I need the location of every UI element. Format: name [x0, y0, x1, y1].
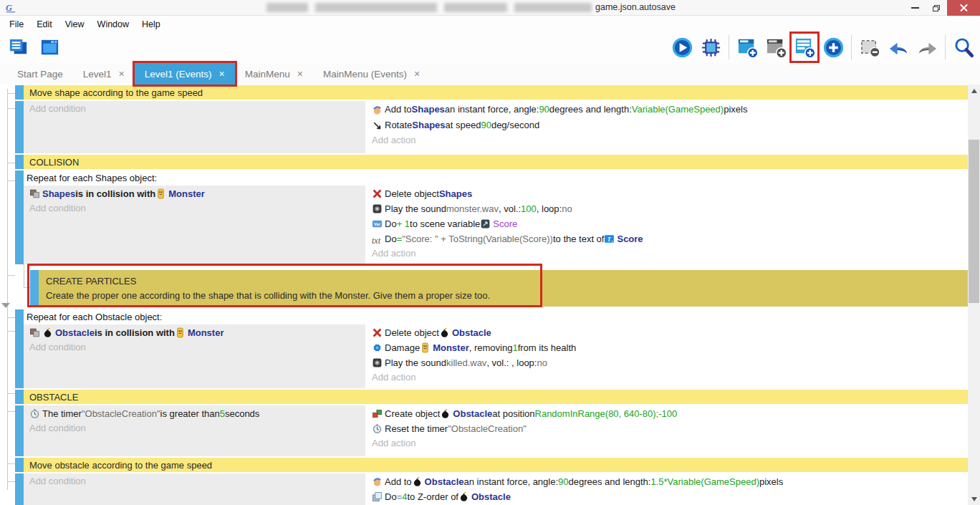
event-select-bar[interactable] [15, 309, 24, 388]
actions-cell[interactable]: Add to Obstacle an instant force, angle:… [370, 473, 968, 505]
condition-line[interactable]: Shapes is in collision with Monster [29, 186, 362, 201]
condition-line[interactable]: The timer "ObstacleCreation" is greater … [29, 406, 362, 421]
close-button[interactable] [947, 0, 980, 16]
event-select-bar[interactable] [15, 85, 24, 100]
add-condition-placeholder[interactable]: Add condition [29, 102, 362, 116]
add-action-placeholder[interactable]: Add action [372, 133, 965, 148]
action-line[interactable]: Play the sound monster.wav, vol.: 100, l… [372, 201, 965, 216]
add-condition-placeholder[interactable]: Add condition [29, 421, 362, 436]
menu-view[interactable]: View [59, 18, 91, 31]
action-line[interactable]: Rotate Shapes at speed 90deg/second [372, 117, 965, 133]
add-other-button[interactable] [820, 33, 847, 62]
debugger-button[interactable] [697, 33, 724, 62]
text-segment: , vol.: , loop: [486, 355, 537, 370]
action-line[interactable]: Create object Obstacle at position Rando… [372, 406, 965, 421]
event-select-bar[interactable] [15, 101, 24, 153]
project-manager-button[interactable] [4, 33, 32, 62]
action-line[interactable]: Play the sound killed.wav, vol.: , loop:… [372, 355, 965, 370]
condition-line[interactable]: Obstacle is in collision with Monster [29, 325, 362, 340]
action-line[interactable]: Do = 4 to Z-order of Obstacle [372, 489, 965, 504]
add-event-button[interactable] [734, 33, 761, 62]
text-segment: Variable(GameSpeed) [632, 102, 724, 117]
action-line[interactable]: Delete object Shapes [372, 186, 965, 201]
event-select-bar[interactable] [15, 155, 24, 169]
actions-cell[interactable]: Create object Obstacle at position Rando… [370, 405, 968, 456]
event-select-bar[interactable] [15, 458, 24, 472]
text-segment: pixels [724, 102, 747, 117]
start-page-button[interactable] [36, 33, 63, 62]
tab-mainmenu-events[interactable]: MainMenu (Events)× [313, 63, 430, 85]
vertical-scrollbar[interactable] [968, 85, 980, 505]
add-action-placeholder[interactable]: Add action [372, 246, 965, 261]
repeat-label[interactable]: Repeat for each Shapes object: [24, 170, 968, 186]
restore-button[interactable] [926, 0, 947, 16]
tab-close-icon[interactable]: × [119, 68, 125, 80]
tab-start-page[interactable]: Start Page [7, 63, 73, 85]
conditions-cell[interactable]: Shapes is in collision with MonsterAdd c… [24, 186, 365, 264]
redo-button[interactable] [913, 33, 941, 62]
text-segment: no [537, 355, 547, 370]
text-segment: Score [493, 216, 517, 231]
action-line[interactable]: Damage Monster, removing 1 from its heal… [372, 340, 965, 355]
conditions-cell[interactable]: Add condition [24, 101, 365, 153]
scroll-down-button[interactable] [968, 493, 980, 505]
actions-cell[interactable]: Add to Shapes an instant force, angle: 9… [370, 101, 968, 153]
menu-file[interactable]: File [3, 18, 30, 31]
event-select-bar[interactable] [15, 405, 24, 456]
event-select-bar[interactable] [15, 170, 24, 264]
action-line[interactable]: Reset the timer "ObstacleCreation" [372, 421, 965, 436]
tab-close-icon[interactable]: × [297, 68, 303, 80]
play-button[interactable] [668, 33, 696, 62]
repeat-label[interactable]: Repeat for each Obstacle object: [24, 309, 968, 324]
scrollbar-thumb[interactable] [969, 140, 979, 303]
action-line[interactable]: Delete object Obstacle [372, 325, 965, 340]
add-condition-placeholder[interactable]: Add condition [29, 340, 362, 355]
event-select-bar[interactable] [15, 390, 24, 404]
minimize-button[interactable] [904, 0, 926, 16]
text-segment: 90 [558, 474, 568, 489]
add-subevent-button[interactable] [762, 33, 789, 62]
add-action-placeholder[interactable]: Add action [372, 436, 965, 451]
event-comment[interactable]: COLLISION [15, 155, 968, 169]
text-segment: Score [617, 231, 643, 246]
add-event-icon [736, 37, 759, 59]
event-comment[interactable]: Move shape according to the game speed [15, 85, 968, 100]
tab-level1[interactable]: Level1× [73, 63, 135, 85]
search-button[interactable] [950, 33, 977, 62]
conditions-cell[interactable]: Obstacle is in collision with MonsterAdd… [24, 324, 365, 388]
action-line[interactable]: Add to Obstacle an instant force, angle:… [372, 474, 965, 489]
conditions-cell[interactable]: The timer "ObstacleCreation" is greater … [24, 405, 365, 456]
action-line[interactable]: VarDo + 1 to scene variable Score [372, 216, 965, 231]
scroll-up-button[interactable] [968, 85, 980, 97]
menu-window[interactable]: Window [91, 18, 135, 31]
text-segment: degrees and length: [549, 102, 632, 117]
add-condition-placeholder[interactable]: Add condition [29, 201, 362, 216]
add-condition-placeholder[interactable]: Add condition [29, 474, 362, 489]
actions-cell[interactable]: Delete object ObstacleDamage Monster, re… [370, 324, 968, 388]
action-line[interactable]: Add to Shapes an instant force, angle: 9… [372, 102, 965, 117]
event-comment-create-particles[interactable]: CREATE PARTICLESCreate the proper one ac… [30, 270, 968, 307]
menu-help[interactable]: Help [135, 18, 167, 31]
event-select-bar[interactable] [15, 473, 24, 505]
event-comment[interactable]: Move obstacle according to the game spee… [15, 458, 968, 472]
action-line[interactable]: txtDo = "Score: " + ToString(Variable(Sc… [372, 231, 965, 246]
text-segment: = [397, 231, 403, 246]
menu-edit[interactable]: Edit [30, 18, 59, 31]
actions-cell[interactable]: Delete object ShapesPlay the sound monst… [370, 186, 968, 264]
text-segment: Add to [385, 474, 412, 489]
remove-event-button[interactable] [856, 33, 883, 62]
gdevelop-window: G game.json.autosave FileEditViewWindowH… [0, 0, 980, 505]
undo-button[interactable] [885, 33, 912, 62]
event-comment[interactable]: OBSTACLE [15, 390, 968, 404]
add-comment-button[interactable] [791, 33, 818, 62]
tab-close-icon[interactable]: × [414, 68, 420, 80]
event-select-bar[interactable] [30, 270, 39, 307]
tab-level1-events[interactable]: Level1 (Events)× [135, 63, 235, 85]
comment-text: OBSTACLE [29, 392, 962, 403]
add-action-placeholder[interactable]: Add action [372, 370, 965, 385]
conditions-cell[interactable]: Add condition [24, 473, 365, 505]
tab-mainmenu[interactable]: MainMenu× [235, 63, 313, 85]
fold-arrow-icon[interactable] [1, 303, 10, 308]
tab-close-icon[interactable]: × [219, 68, 225, 80]
obstacle-icon [42, 327, 53, 338]
